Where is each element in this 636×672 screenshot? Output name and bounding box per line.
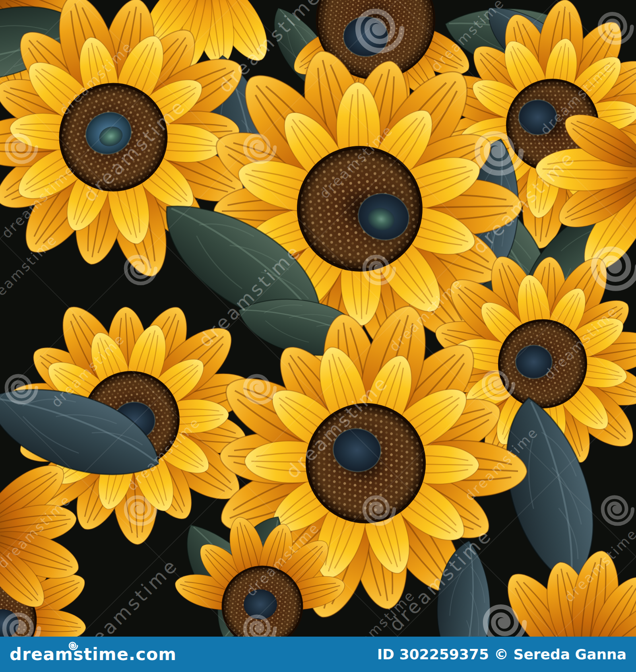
author-credit: © Sereda Ganna	[494, 647, 626, 662]
stock-photo-preview: dreamstime dreamstime dreamstime dreamst…	[0, 0, 636, 637]
image-credit: ID 302259375 © Sereda Ganna	[377, 647, 626, 662]
image-id: ID 302259375	[377, 647, 489, 662]
dreamstime-spiral-icon	[68, 640, 78, 651]
flower-core	[348, 181, 419, 252]
footer-bar: dreamstime.com ID 302259375 © Sereda Gan…	[0, 637, 636, 672]
site-name: dreamstime.com	[10, 644, 176, 664]
sunflower-artwork: dreamstime dreamstime dreamstime dreamst…	[0, 0, 636, 637]
dreamstime-logo: dreamstime.com	[10, 646, 176, 663]
